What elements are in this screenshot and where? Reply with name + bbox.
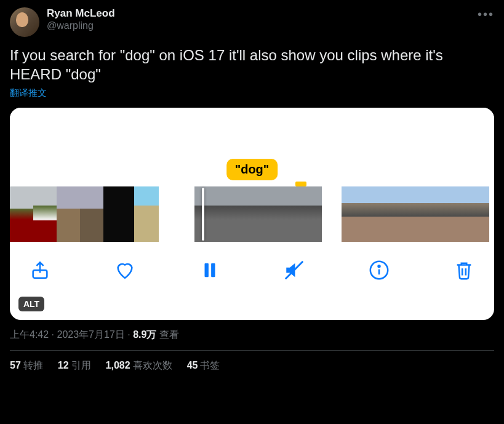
search-marker bbox=[295, 182, 306, 186]
video-frame bbox=[33, 186, 57, 242]
video-frame bbox=[10, 186, 33, 242]
video-frame bbox=[127, 186, 134, 242]
views-count: 8.9万 bbox=[133, 329, 156, 340]
tweet-meta[interactable]: 上午4:42 · 2023年7月17日 · 8.9万 查看 bbox=[10, 329, 494, 342]
video-frame bbox=[134, 186, 159, 242]
mute-icon[interactable] bbox=[281, 257, 307, 283]
clip-group[interactable] bbox=[342, 186, 489, 242]
clip-group[interactable] bbox=[10, 186, 159, 242]
video-frame bbox=[415, 186, 440, 242]
search-term-label: "dog" bbox=[226, 159, 278, 180]
video-frame bbox=[465, 186, 489, 242]
media-toolbar bbox=[10, 242, 494, 298]
tweet-header: Ryan McLeod @warpling ••• bbox=[10, 7, 494, 37]
tweet-date: 2023年7月17日 bbox=[57, 329, 124, 340]
video-frame bbox=[268, 186, 290, 242]
info-icon[interactable] bbox=[366, 257, 392, 283]
quotes-stat[interactable]: 12引用 bbox=[58, 359, 91, 372]
media-header: "dog" bbox=[10, 108, 494, 186]
more-icon[interactable]: ••• bbox=[478, 7, 494, 22]
video-frame bbox=[342, 186, 366, 242]
avatar[interactable] bbox=[10, 7, 39, 37]
svg-rect-1 bbox=[204, 263, 208, 278]
tweet-text: If you search for "dog" on iOS 17 it'll … bbox=[10, 46, 494, 84]
video-frame bbox=[80, 186, 103, 242]
video-frame bbox=[103, 186, 127, 242]
playhead[interactable] bbox=[202, 188, 204, 241]
video-frame bbox=[231, 186, 268, 242]
tweet-container: Ryan McLeod @warpling ••• If you search … bbox=[0, 0, 504, 380]
translate-link[interactable]: 翻译推文 bbox=[10, 87, 47, 99]
views-label: 查看 bbox=[159, 329, 179, 340]
author-block[interactable]: Ryan McLeod @warpling bbox=[47, 7, 470, 32]
svg-rect-2 bbox=[211, 263, 215, 278]
tweet-time: 上午4:42 bbox=[10, 329, 49, 340]
clip-group[interactable] bbox=[194, 186, 322, 242]
video-frame bbox=[440, 186, 465, 242]
alt-badge[interactable]: ALT bbox=[18, 297, 44, 311]
retweets-stat[interactable]: 57转推 bbox=[10, 359, 43, 372]
tweet-stats: 57转推 12引用 1,082喜欢次数 45书签 bbox=[10, 359, 494, 372]
video-frame bbox=[57, 186, 80, 242]
heart-icon[interactable] bbox=[112, 257, 138, 283]
video-frame bbox=[391, 186, 415, 242]
share-icon[interactable] bbox=[27, 257, 53, 283]
video-frame bbox=[366, 186, 391, 242]
pause-icon[interactable] bbox=[197, 257, 223, 283]
likes-stat[interactable]: 1,082喜欢次数 bbox=[106, 359, 172, 372]
video-frame bbox=[290, 186, 322, 242]
video-timeline[interactable] bbox=[10, 186, 494, 242]
svg-point-6 bbox=[378, 266, 380, 268]
trash-icon[interactable] bbox=[451, 257, 477, 283]
display-name: Ryan McLeod bbox=[47, 7, 470, 20]
divider bbox=[10, 350, 494, 351]
bookmarks-stat[interactable]: 45书签 bbox=[187, 359, 220, 372]
media-card[interactable]: "dog" bbox=[10, 108, 494, 320]
video-frame bbox=[194, 186, 231, 242]
handle: @warpling bbox=[47, 20, 470, 31]
